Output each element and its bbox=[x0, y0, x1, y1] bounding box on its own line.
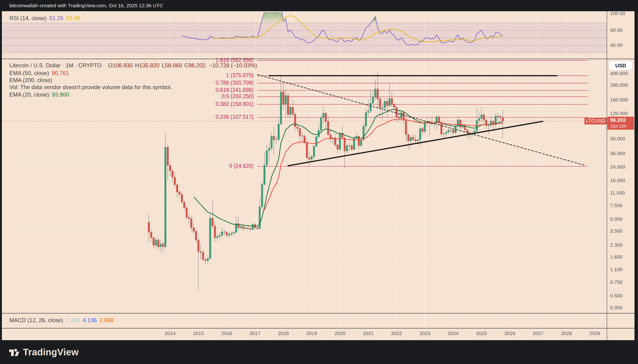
candle-body bbox=[172, 171, 173, 177]
candle-body bbox=[377, 89, 379, 99]
candle-body bbox=[417, 140, 419, 141]
price-axis-label: 280.000 bbox=[610, 82, 628, 88]
year-label[interactable]: 2025 bbox=[476, 330, 487, 336]
ema200-label: EMA (200, close) bbox=[9, 77, 52, 83]
candle-body bbox=[176, 185, 178, 192]
candle-body bbox=[398, 117, 400, 118]
candle-body bbox=[242, 226, 244, 229]
price-axis-label: 7.500 bbox=[610, 203, 622, 208]
candle-body bbox=[249, 229, 251, 230]
year-label[interactable]: 2020 bbox=[335, 330, 346, 336]
candle-body bbox=[384, 101, 386, 108]
change-value: −10.728 (−10.03%) bbox=[209, 62, 257, 68]
year-label[interactable]: 2018 bbox=[278, 330, 289, 336]
year-label[interactable]: 2015 bbox=[193, 330, 204, 336]
candle-body bbox=[252, 224, 253, 229]
candle-body bbox=[457, 120, 459, 126]
ohlc-value: 96.202 bbox=[189, 62, 206, 68]
rsi-legend-label: RSI (14, close) bbox=[9, 15, 47, 21]
symbol-legend[interactable]: Litecoin / U.S. Dollar · 1M · CRYPTO O10… bbox=[9, 62, 257, 68]
candle-body bbox=[478, 118, 480, 120]
chart-plot[interactable]: 1.618 (592.956)1 (375.879)0.786 (300.709… bbox=[2, 11, 634, 340]
currency-toggle-button[interactable]: USD bbox=[609, 61, 632, 70]
year-label[interactable]: 2026 bbox=[504, 330, 515, 336]
candle-body bbox=[412, 137, 414, 140]
candle-body bbox=[226, 232, 228, 236]
ohlc-values: O106.930H135.820L58.060C96.202 bbox=[106, 62, 206, 68]
candle-body bbox=[266, 150, 268, 165]
ema50-legend[interactable]: EMA (50, close) 90.761 bbox=[9, 70, 69, 76]
footer-bar: TradingView bbox=[0, 340, 638, 364]
price-axis-label: 0.350 bbox=[610, 305, 622, 310]
candle-body bbox=[223, 232, 225, 232]
year-label[interactable]: 2022 bbox=[391, 330, 402, 336]
candle-body bbox=[401, 113, 402, 118]
candle-body bbox=[240, 226, 242, 228]
candle-body bbox=[396, 107, 398, 117]
ohlc-value: 106.930 bbox=[113, 62, 133, 68]
fib-label: 0 (24.620) bbox=[229, 163, 254, 169]
candle-body bbox=[443, 134, 445, 134]
trendline-ascending-support[interactable] bbox=[288, 121, 543, 166]
candle-body bbox=[271, 136, 272, 148]
candle-body bbox=[320, 118, 322, 130]
tradingview-logo-icon[interactable] bbox=[9, 347, 19, 358]
candle-body bbox=[160, 244, 161, 247]
price-axis-label: 16.000 bbox=[610, 178, 625, 183]
candle-body bbox=[391, 98, 393, 104]
ema200-legend[interactable]: EMA (200, close) bbox=[9, 77, 52, 83]
price-axis-label: 180.000 bbox=[610, 97, 628, 102]
year-label[interactable]: 2019 bbox=[306, 330, 317, 336]
macd-legend[interactable]: MACD (12, 26, close) 1.438 4.136 2.698 bbox=[9, 317, 114, 323]
candle-body bbox=[405, 120, 407, 135]
rsi-ma-value: 52.98 bbox=[66, 15, 80, 21]
ohlc-key: H bbox=[135, 62, 139, 68]
price-axis-label: 24.000 bbox=[610, 164, 625, 170]
candle-body bbox=[264, 165, 265, 184]
year-label[interactable]: 2027 bbox=[533, 330, 544, 336]
year-label[interactable]: 2017 bbox=[250, 330, 261, 336]
ohlc-value: 58.060 bbox=[165, 62, 182, 68]
year-label[interactable]: 2016 bbox=[221, 330, 232, 336]
price-axis-label: 0.750 bbox=[610, 279, 622, 285]
candle-body bbox=[419, 128, 421, 140]
year-label[interactable]: 2029 bbox=[589, 330, 600, 336]
price-tag-countdown: 15d 12h bbox=[610, 124, 626, 128]
candle-body bbox=[285, 96, 286, 104]
candle-body bbox=[299, 128, 301, 136]
symbol-price-badge: LTCUSD96.20215d 12h bbox=[584, 117, 634, 130]
candle-body bbox=[393, 104, 395, 107]
rsi-legend[interactable]: RSI (14, close) 51.26 52.98 bbox=[9, 15, 80, 21]
tradingview-wordmark[interactable]: TradingView bbox=[23, 347, 79, 358]
ema20-legend[interactable]: EMA (20, close) 93.900 bbox=[9, 92, 69, 98]
candle-body bbox=[155, 240, 157, 245]
candle-body bbox=[148, 222, 150, 232]
ohlc-value: 135.820 bbox=[139, 62, 160, 68]
candle-body bbox=[278, 124, 279, 140]
macd-signal-value: 2.698 bbox=[100, 317, 114, 323]
candle-body bbox=[375, 89, 376, 97]
rsi-axis-label: 60.00 bbox=[610, 27, 622, 33]
year-label[interactable]: 2023 bbox=[420, 330, 431, 336]
rsi-axis-label: 40.00 bbox=[610, 42, 622, 48]
candle-body bbox=[247, 228, 249, 229]
candle-body bbox=[360, 140, 362, 146]
candle-body bbox=[448, 130, 449, 132]
candle-body bbox=[205, 260, 206, 261]
fib-label: 0.382 (158.801) bbox=[216, 101, 254, 107]
candle-body bbox=[441, 122, 442, 134]
candle-body bbox=[181, 194, 183, 202]
year-label[interactable]: 2024 bbox=[448, 330, 459, 336]
chart-area[interactable]: 1.618 (592.956)1 (375.879)0.786 (300.709… bbox=[2, 11, 634, 340]
year-label[interactable]: 2028 bbox=[561, 330, 572, 336]
candle-body bbox=[221, 232, 223, 235]
candle-body bbox=[150, 232, 152, 238]
candle-body bbox=[323, 113, 324, 118]
volume-warning: Vol: The data vendor doesn't provide vol… bbox=[9, 84, 172, 90]
year-label[interactable]: 2014 bbox=[165, 330, 176, 336]
candle-body bbox=[273, 136, 275, 140]
candle-body bbox=[235, 224, 237, 232]
candle-body bbox=[202, 252, 204, 260]
candles bbox=[148, 72, 503, 291]
year-label[interactable]: 2021 bbox=[363, 330, 374, 336]
